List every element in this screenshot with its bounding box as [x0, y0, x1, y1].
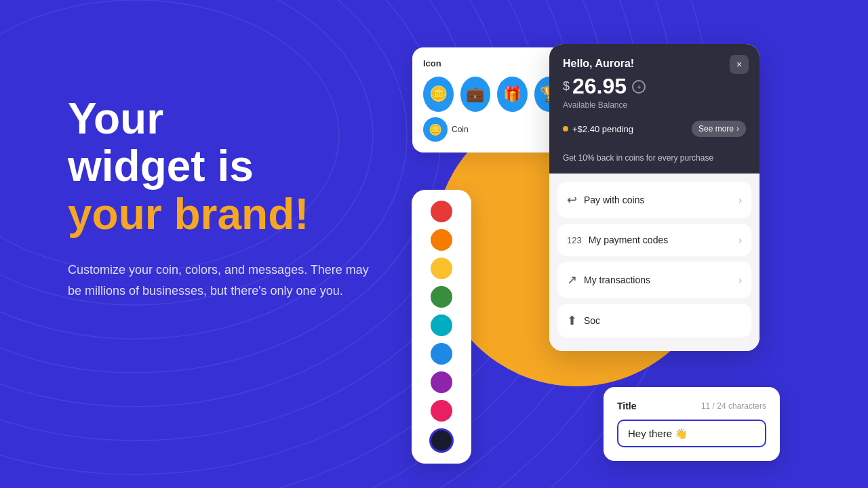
- menu-item-left-4: ⬆ Soc: [567, 313, 600, 328]
- menu-item-pay-coins[interactable]: ↩ Pay with coins ›: [557, 182, 751, 218]
- headline-line2: widget is: [68, 142, 380, 190]
- widget-header: × Hello, Aurora! $ 26.95 + Available Bal…: [549, 44, 760, 121]
- transactions-label: My transactions: [584, 274, 650, 285]
- social-icon: ⬆: [567, 313, 577, 328]
- chevron-right-pay: ›: [738, 195, 742, 205]
- info-icon[interactable]: +: [632, 80, 646, 94]
- payment-codes-label: My payment codes: [589, 235, 669, 245]
- left-hero-section: Your widget is your brand! Customize you…: [68, 95, 380, 301]
- char-count: 11 / 24 characters: [701, 401, 766, 411]
- menu-item-left: ↩ Pay with coins: [567, 192, 644, 207]
- menu-item-social-partial[interactable]: ⬆ Soc: [557, 304, 751, 338]
- pending-dot-indicator: [563, 126, 568, 131]
- transactions-icon: ↗: [567, 272, 577, 287]
- icon-briefcase[interactable]: 💼: [460, 77, 491, 112]
- pay-coins-icon: ↩: [567, 192, 577, 207]
- title-text-input[interactable]: [617, 420, 766, 447]
- icon-panel-label: Icon: [423, 58, 564, 68]
- title-input-panel: Title 11 / 24 characters: [604, 387, 780, 461]
- menu-item-transactions[interactable]: ↗ My transactions ›: [557, 262, 751, 298]
- see-more-button[interactable]: See more ›: [692, 121, 746, 137]
- color-dark-selected[interactable]: [429, 428, 454, 453]
- menu-item-left-3: ↗ My transactions: [567, 272, 650, 287]
- social-label: Soc: [584, 315, 600, 326]
- widget-menu-body: ↩ Pay with coins › 123 My payment codes …: [549, 174, 760, 351]
- icon-panel-bottom: 🪙 Coin: [423, 117, 564, 142]
- title-input-header: Title 11 / 24 characters: [617, 401, 766, 411]
- icon-row: 🪙 💼 🎁 🏆: [423, 77, 564, 112]
- chevron-right-icon: ›: [736, 124, 739, 134]
- headline-yellow: your brand!: [68, 190, 380, 238]
- pending-text: +$2.40 pending: [572, 124, 633, 134]
- payment-codes-icon: 123: [567, 235, 582, 245]
- color-picker-panel: [412, 190, 471, 464]
- widget-balance-row: $ 26.95 +: [563, 74, 746, 99]
- menu-item-payment-codes[interactable]: 123 My payment codes ›: [557, 224, 751, 256]
- chevron-right-tx: ›: [738, 274, 742, 285]
- chevron-right-codes: ›: [738, 235, 742, 245]
- color-orange[interactable]: [431, 229, 452, 251]
- pending-bar: +$2.40 pending See more ›: [549, 121, 760, 146]
- color-red[interactable]: [431, 201, 452, 222]
- color-teal[interactable]: [431, 314, 452, 336]
- promo-text: Get 10% back in coins for every purchase: [563, 153, 713, 163]
- balance-amount: 26.95: [572, 74, 627, 99]
- title-label: Title: [617, 401, 637, 411]
- widget-panel: × Hello, Aurora! $ 26.95 + Available Bal…: [549, 44, 760, 351]
- hero-subtext: Customize your coin, colors, and message…: [68, 260, 380, 301]
- pending-status: +$2.40 pending: [563, 124, 633, 134]
- menu-item-left-2: 123 My payment codes: [567, 235, 668, 245]
- headline-line1: Your: [68, 95, 380, 142]
- color-yellow[interactable]: [431, 258, 452, 279]
- icon-coin[interactable]: 🪙: [423, 77, 454, 112]
- icon-gift[interactable]: 🎁: [497, 77, 528, 112]
- color-pink[interactable]: [431, 400, 452, 422]
- close-button[interactable]: ×: [730, 55, 749, 74]
- color-blue[interactable]: [431, 343, 452, 365]
- widget-greeting: Hello, Aurora!: [563, 58, 746, 70]
- pay-coins-label: Pay with coins: [584, 195, 644, 205]
- color-purple[interactable]: [431, 371, 452, 393]
- coin-label: Coin: [452, 125, 469, 134]
- icon-coin-small: 🪙: [423, 117, 448, 142]
- promo-banner: Get 10% back in coins for every purchase: [549, 146, 760, 174]
- color-green[interactable]: [431, 286, 452, 308]
- balance-dollar: $: [563, 79, 570, 94]
- balance-label: Available Balance: [563, 100, 746, 110]
